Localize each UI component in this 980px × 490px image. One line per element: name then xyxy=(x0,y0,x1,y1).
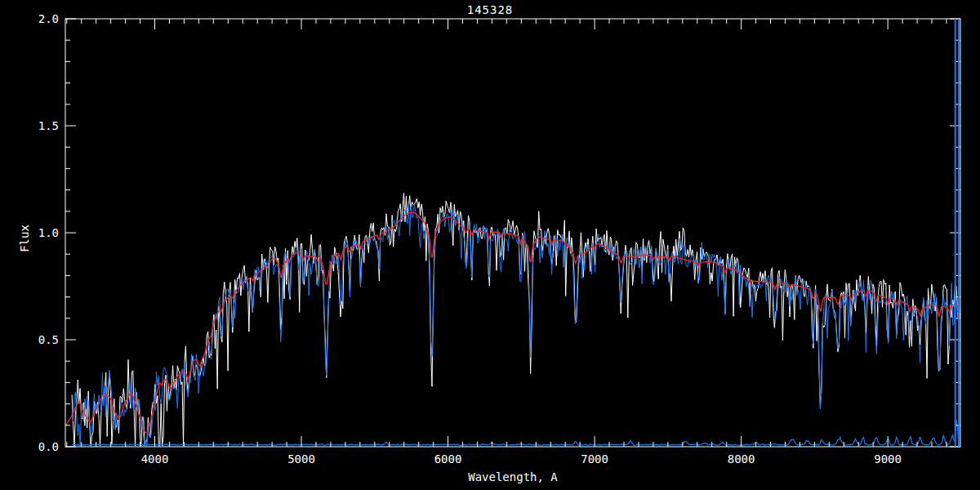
y-tick-label: 0.5 xyxy=(38,333,59,346)
axis-frame xyxy=(65,19,960,447)
y-tick-label: 1.0 xyxy=(38,226,59,239)
x-axis-label: Wavelength, A xyxy=(0,471,980,483)
model-fit xyxy=(65,212,960,433)
noise-spectrum xyxy=(72,419,960,445)
x-tick-label: 9000 xyxy=(874,452,902,466)
x-tick-label: 6000 xyxy=(434,452,462,466)
plot-title: 145328 xyxy=(0,4,980,16)
x-tick-label: 5000 xyxy=(287,452,315,466)
observed-spectrum xyxy=(72,204,960,446)
y-tick-label: 1.5 xyxy=(38,119,59,132)
y-axis-label: Flux xyxy=(19,198,30,279)
x-tick-label: 8000 xyxy=(728,452,755,466)
x-tick-label: 4000 xyxy=(141,452,169,466)
y-tick-label: 0.0 xyxy=(38,440,59,453)
spectrum-plot-canvas: 4000500060007000800090000.00.51.01.52.0 xyxy=(0,0,980,490)
spectrum-plot-window: 4000500060007000800090000.00.51.01.52.0 … xyxy=(0,0,980,490)
x-tick-label: 7000 xyxy=(581,452,608,466)
